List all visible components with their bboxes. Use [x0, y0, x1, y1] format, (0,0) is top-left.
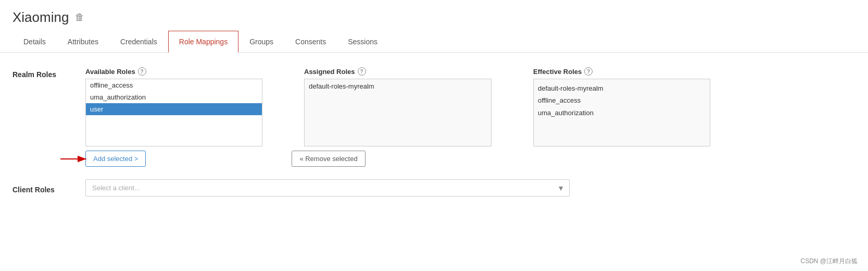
- client-select-wrapper: Select a client... ▼: [85, 179, 570, 196]
- remove-selected-button[interactable]: « Remove selected: [292, 151, 365, 167]
- tab-attributes[interactable]: Attributes: [57, 31, 109, 53]
- available-roles-title: Available Roles: [85, 68, 135, 76]
- action-buttons-row: Add selected > « Remove selected: [85, 151, 856, 167]
- client-select[interactable]: Select a client...: [85, 179, 570, 196]
- assigned-roles-title: Assigned Roles: [304, 68, 355, 76]
- effective-roles-header: Effective Roles ?: [533, 67, 710, 76]
- assigned-roles-header: Assigned Roles ?: [304, 67, 492, 76]
- list-item-selected[interactable]: user: [86, 103, 262, 115]
- tab-details[interactable]: Details: [12, 31, 57, 53]
- effective-roles-listbox: default-roles-myrealm offline_access uma…: [533, 79, 710, 146]
- tab-groups[interactable]: Groups: [238, 31, 284, 53]
- trash-icon[interactable]: 🗑: [75, 12, 84, 23]
- watermark: CSDN @江畔月白狐: [800, 257, 858, 266]
- assigned-roles-help-icon[interactable]: ?: [358, 67, 366, 76]
- realm-roles-label: Realm Roles: [12, 67, 85, 79]
- tab-consents[interactable]: Consents: [284, 31, 337, 53]
- effective-roles-title: Effective Roles: [533, 68, 582, 76]
- realm-roles-row: Realm Roles Available Roles ? offline_ac…: [12, 67, 856, 146]
- effective-role-item: default-roles-myrealm: [538, 82, 706, 94]
- tab-role-mappings[interactable]: Role Mappings: [168, 31, 238, 53]
- available-roles-help-icon[interactable]: ?: [138, 67, 146, 76]
- tab-sessions[interactable]: Sessions: [337, 31, 388, 53]
- assigned-roles-column: Assigned Roles ? default-roles-myrealm: [304, 67, 492, 146]
- client-roles-label: Client Roles: [12, 182, 85, 194]
- list-item[interactable]: uma_authorization: [86, 91, 262, 103]
- effective-role-item: offline_access: [538, 94, 706, 106]
- list-item[interactable]: default-roles-myrealm: [305, 79, 491, 93]
- arrow-indicator: [60, 153, 92, 165]
- effective-role-item: uma_authorization: [538, 107, 706, 119]
- effective-roles-column: Effective Roles ? default-roles-myrealm …: [533, 67, 710, 146]
- effective-roles-help-icon[interactable]: ?: [584, 67, 593, 76]
- page-header: Xiaoming 🗑: [0, 0, 868, 26]
- client-roles-row: Client Roles Select a client... ▼: [12, 179, 856, 196]
- available-roles-listbox[interactable]: offline_access uma_authorization user: [85, 79, 262, 146]
- add-selected-button[interactable]: Add selected >: [85, 151, 146, 167]
- available-roles-header: Available Roles ?: [85, 67, 262, 76]
- tab-credentials[interactable]: Credentials: [109, 31, 168, 53]
- roles-columns: Available Roles ? offline_access uma_aut…: [85, 67, 856, 146]
- content-area: Realm Roles Available Roles ? offline_ac…: [0, 53, 868, 207]
- available-roles-column: Available Roles ? offline_access uma_aut…: [85, 67, 262, 146]
- tabs-bar: Details Attributes Credentials Role Mapp…: [0, 31, 868, 53]
- page-title: Xiaoming: [12, 9, 69, 26]
- assigned-roles-listbox[interactable]: default-roles-myrealm: [304, 79, 492, 146]
- list-item[interactable]: offline_access: [86, 79, 262, 91]
